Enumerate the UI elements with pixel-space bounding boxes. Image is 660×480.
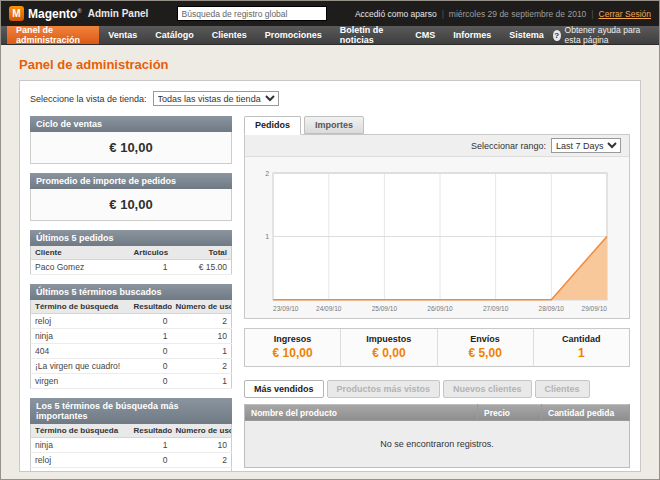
column-header: Resultados: [130, 300, 172, 314]
column-header: Término de búsqueda: [31, 300, 130, 314]
table-cell: 2: [172, 359, 232, 374]
table-cell: 2: [172, 453, 232, 468]
table-cell: 2: [172, 468, 232, 473]
table-row[interactable]: Paco Gomez1€ 15.00: [31, 260, 232, 275]
page-body: Panel de administración Seleccione la vi…: [1, 45, 659, 472]
table-row[interactable]: ninja110: [31, 329, 232, 344]
nav-item-cms[interactable]: CMS: [406, 26, 444, 44]
brand-subtitle: Admin Panel: [88, 8, 149, 19]
table-cell: reloj: [31, 314, 130, 329]
store-view-label: Seleccione la vista de tienda:: [30, 94, 147, 104]
global-search-input[interactable]: [177, 6, 327, 21]
nav-item-promotions[interactable]: Promociones: [256, 26, 331, 44]
svg-text:2: 2: [265, 170, 269, 177]
svg-text:25/09/10: 25/09/10: [372, 305, 398, 312]
table-row[interactable]: ¡La virgen que cuadro!02: [31, 468, 232, 473]
table-cell: ¡La virgen que cuadro!: [31, 359, 130, 374]
table-cell: 0: [130, 359, 172, 374]
header-user-info: Accedió como aparso | miércoles 29 de se…: [355, 9, 651, 19]
table-cell: € 15.00: [172, 260, 232, 275]
stat-quantity: Cantidad 1: [533, 329, 629, 366]
column-header: Total: [172, 246, 232, 260]
nav-item-system[interactable]: Sistema: [500, 26, 553, 44]
table-cell: 0: [130, 344, 172, 359]
table-cell: ninja: [31, 438, 130, 453]
nav-item-reports[interactable]: Informes: [444, 26, 500, 44]
tab-bestsellers[interactable]: Más vendidos: [244, 380, 324, 398]
nav-item-customers[interactable]: Clientes: [203, 26, 256, 44]
lifetime-sales-title: Ciclo de ventas: [30, 116, 232, 132]
totals-bar: Ingresos € 10,00 Impuestos € 0,00 Envíos…: [244, 328, 630, 367]
table-cell: Paco Gomez: [31, 260, 130, 275]
svg-text:24/09/10: 24/09/10: [316, 305, 342, 312]
orders-chart-panel: Seleccionar rango: Last 7 Days 23/09/102…: [244, 134, 630, 319]
table-cell: ninja: [31, 329, 130, 344]
stat-shipping-value: € 5,00: [438, 346, 533, 360]
store-view-select[interactable]: Todas las vistas de tienda: [153, 91, 279, 106]
lifetime-sales-value: € 10,00: [30, 132, 232, 164]
svg-text:28/09/10: 28/09/10: [539, 305, 565, 312]
magento-logo-icon: M: [9, 6, 24, 21]
table-cell: 10: [172, 438, 232, 453]
column-header: Número de usos: [172, 424, 232, 438]
range-label: Seleccionar rango:: [471, 141, 546, 151]
stat-tax-value: € 0,00: [341, 346, 436, 360]
table-cell: 0: [130, 314, 172, 329]
table-cell: virgen: [31, 374, 130, 389]
help-icon: ?: [553, 30, 561, 41]
column-header: Término de búsqueda: [31, 424, 130, 438]
average-orders-box: Promedio de importe de pedidos € 10,00: [30, 173, 232, 221]
range-select[interactable]: Last 7 Days: [551, 138, 621, 153]
svg-text:26/09/10: 26/09/10: [427, 305, 453, 312]
table-row[interactable]: ¡La virgen que cuadro!02: [31, 359, 232, 374]
logout-link[interactable]: Cerrar Sesión: [599, 9, 651, 19]
top-header: M Magento® Admin Panel Accedió como apar…: [1, 1, 659, 26]
column-header: Artículos: [130, 246, 172, 260]
table-row[interactable]: ninja110: [31, 438, 232, 453]
average-orders-value: € 10,00: [30, 189, 232, 221]
table-row[interactable]: reloj02: [31, 314, 232, 329]
nav-item-newsletter[interactable]: Boletín de noticias: [331, 26, 406, 44]
column-header: Número de usos: [172, 300, 232, 314]
nav-item-catalog[interactable]: Catálogo: [146, 26, 203, 44]
table-cell: ¡La virgen que cuadro!: [31, 468, 130, 473]
dashboard-panel: Seleccione la vista de tienda: Todas las…: [19, 80, 641, 472]
table-row[interactable]: reloj02: [31, 453, 232, 468]
top-search-table: Término de búsquedaResultadosNúmero de u…: [30, 424, 232, 472]
table-row[interactable]: virgen01: [31, 374, 232, 389]
tab-orders[interactable]: Pedidos: [244, 116, 301, 135]
logged-in-as: Accedió como aparso: [355, 9, 437, 19]
last-search-box: Últimos 5 términos buscados Término de b…: [30, 284, 232, 389]
orders-area-chart: 23/09/1024/09/1025/09/1026/09/1027/09/10…: [255, 165, 619, 316]
tab-new-customers[interactable]: Nuevos clientes: [443, 380, 532, 398]
svg-text:29/09/10: 29/09/10: [582, 305, 608, 312]
dashboard-left-column: Ciclo de ventas € 10,00 Promedio de impo…: [30, 116, 232, 472]
nav-item-dashboard[interactable]: Panel de administración: [7, 26, 99, 44]
top-search-box: Los 5 términos de búsqueda más important…: [30, 398, 232, 472]
stat-quantity-value: 1: [534, 346, 629, 360]
chart-area: 23/09/1024/09/1025/09/1026/09/1027/09/10…: [245, 157, 629, 318]
table-cell: 10: [172, 329, 232, 344]
lifetime-sales-box: Ciclo de ventas € 10,00: [30, 116, 232, 164]
empty-row: No se encontraron registros.: [245, 421, 630, 468]
nav-item-sales[interactable]: Ventas: [99, 26, 146, 44]
table-cell: 2: [172, 314, 232, 329]
tab-most-viewed[interactable]: Productos más vistos: [327, 380, 441, 398]
svg-text:1: 1: [265, 233, 269, 240]
brand-name: Magento®: [28, 7, 82, 21]
tab-customers[interactable]: Clientes: [535, 380, 590, 398]
stat-revenue: Ingresos € 10,00: [245, 329, 340, 366]
magento-logo: M Magento® Admin Panel: [9, 6, 148, 21]
chart-tabs: Pedidos Importes: [244, 116, 630, 134]
tab-amounts[interactable]: Importes: [304, 116, 364, 134]
average-orders-title: Promedio de importe de pedidos: [30, 173, 232, 189]
get-help-label: Obtener ayuda para esta página: [565, 25, 651, 45]
table-row[interactable]: 40401: [31, 344, 232, 359]
dashboard-right-column: Pedidos Importes Seleccionar rango: Last…: [244, 116, 630, 472]
table-cell: 0: [130, 468, 172, 473]
table-cell: 404: [31, 344, 130, 359]
product-tabs: Más vendidos Productos más vistos Nuevos…: [244, 380, 630, 398]
get-help-link[interactable]: ? Obtener ayuda para esta página: [553, 26, 659, 44]
page-title: Panel de administración: [19, 57, 641, 72]
stat-tax: Impuestos € 0,00: [340, 329, 436, 366]
